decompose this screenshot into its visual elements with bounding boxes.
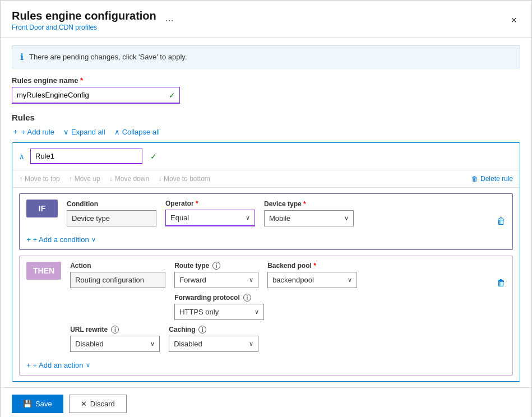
move-to-top-label: Move to top [25,175,60,183]
condition-value: Device type [67,210,156,226]
move-down-icon: ↓ [109,175,113,183]
route-type-select[interactable]: Forward ∨ [174,272,258,288]
collapse-all-label: Collapse all [122,128,160,136]
expand-all-button[interactable]: ∨ Expand all [63,128,105,136]
device-type-value: Mobile [269,214,290,223]
move-down-button[interactable]: ↓ Move down [109,175,149,183]
move-to-bottom-icon: ↓ [158,175,161,183]
move-up-label: Move up [75,175,100,183]
discard-button[interactable]: ✕ Discard [69,395,127,413]
action-row-2: Forwarding protocol i HTTPS only ∨ [70,294,506,320]
delete-condition-button[interactable]: 🗑 [497,216,506,226]
expand-chevron-icon: ∨ [63,128,69,136]
operator-label: Operator * [165,200,255,207]
backend-pool-value: backendpool [272,276,314,284]
url-rewrite-chevron-icon: ∨ [150,340,155,347]
add-condition-chevron-icon: ∨ [91,236,96,243]
dialog-subtitle: Front Door and CDN profiles [12,24,156,31]
delete-action-button[interactable]: 🗑 [497,278,506,288]
discard-label: Discard [90,400,115,408]
device-type-label: Device type * [264,200,354,208]
add-condition-button[interactable]: + + Add a condition ∨ [26,235,96,244]
rule-container: ∧ ✓ ↑ Move to top ↑ Move up ↓ [12,142,520,382]
rules-toolbar: ＋ + Add rule ∨ Expand all ∧ Collapse all [12,127,520,137]
if-badge: IF [26,200,58,217]
action-grid: Action Routing configuration Route type … [70,262,506,352]
operator-label-text: Operator [165,200,194,207]
add-condition-row: + + Add a condition ∨ [20,232,512,249]
move-to-top-button[interactable]: ↑ Move to top [19,175,60,183]
add-action-plus-icon: + [26,361,31,369]
rules-engine-name-section: Rules engine name ✓ [12,76,520,104]
add-icon: ＋ [12,127,19,137]
operator-value: Equal [170,214,189,222]
delete-rule-button[interactable]: 🗑 Delete rule [471,175,513,183]
url-rewrite-select[interactable]: Disabled ∨ [70,336,160,352]
move-to-bottom-button[interactable]: ↓ Move to bottom [158,175,210,183]
caching-value: Disabled [174,340,202,348]
device-type-select[interactable]: Mobile ∨ [264,210,354,226]
move-up-button[interactable]: ↑ Move up [69,175,100,183]
close-button[interactable]: × [507,13,520,27]
forwarding-protocol-label-text: Forwarding protocol [174,294,240,302]
rule-name-input[interactable] [30,149,142,164]
info-banner-text: There are pending changes, click 'Save' … [29,53,187,61]
rules-engine-name-label: Rules engine name [12,76,520,85]
forwarding-protocol-group: Forwarding protocol i HTTPS only ∨ [174,294,264,320]
caching-group: Caching i Disabled ∨ [169,326,258,352]
collapse-all-button[interactable]: ∧ Collapse all [114,128,160,136]
caching-chevron-icon: ∨ [249,340,253,347]
action-row-1: Action Routing configuration Route type … [70,262,506,288]
condition-group: Condition Device type [67,200,156,226]
add-rule-button[interactable]: ＋ + Add rule [12,127,54,137]
dialog-title-area: Rules engine configuration Front Door an… [12,10,177,31]
dialog-header: Rules engine configuration Front Door an… [1,1,531,38]
route-type-group: Route type i Forward ∨ [174,262,258,288]
move-to-top-icon: ↑ [19,175,22,183]
add-action-button[interactable]: + + Add an action ∨ [26,361,90,369]
operator-required: * [196,200,198,207]
rule-header: ∧ ✓ [12,143,520,170]
add-action-label: + Add an action [33,361,84,369]
device-type-required: * [303,200,306,208]
rules-section: Rules ＋ + Add rule ∨ Expand all ∧ Collap… [12,113,520,382]
move-up-icon: ↑ [69,175,72,183]
dialog-footer: 💾 Save ✕ Discard [1,387,531,417]
action-group: Action Routing configuration [70,262,165,288]
forwarding-protocol-label: Forwarding protocol i [174,294,264,302]
condition-grid: Condition Device type Operator * Equal [67,200,506,226]
forwarding-protocol-info-icon[interactable]: i [243,294,251,302]
save-icon: 💾 [23,400,32,408]
delete-rule-label: Delete rule [480,175,513,183]
forwarding-protocol-select[interactable]: HTTPS only ∨ [174,304,264,320]
caching-select[interactable]: Disabled ∨ [169,336,258,352]
url-rewrite-info-icon[interactable]: i [111,326,119,333]
dialog-body: ℹ There are pending changes, click 'Save… [1,38,531,387]
action-label: Action [70,262,165,270]
operator-group: Operator * Equal ∨ [165,200,255,226]
if-header: IF Condition Device type Operator * [20,194,512,232]
device-type-chevron-icon: ∨ [344,215,349,222]
ellipsis-button[interactable]: ··· [162,13,177,27]
caching-label: Caching i [169,326,258,333]
route-type-info-icon[interactable]: i [212,262,220,270]
route-type-value: Forward [179,276,206,284]
rule-collapse-button[interactable]: ∧ [19,152,25,161]
route-type-label-text: Route type [174,262,209,270]
add-action-row: + + Add an action ∨ [20,358,512,375]
then-badge: THEN [26,262,61,280]
backend-pool-label: Backend pool * [267,262,357,270]
add-condition-label: + Add a condition [33,235,89,244]
collapse-chevron-icon: ∧ [114,128,120,136]
caching-info-icon[interactable]: i [198,326,206,333]
operator-select[interactable]: Equal ∨ [165,210,255,226]
rule-name-valid-icon: ✓ [150,152,157,161]
if-section: IF Condition Device type Operator * [19,193,513,250]
url-rewrite-group: URL rewrite i Disabled ∨ [70,326,160,352]
save-button[interactable]: 💾 Save [12,395,63,413]
expand-all-label: Expand all [71,128,105,136]
backend-pool-select[interactable]: backendpool ∨ [267,272,357,288]
caching-label-text: Caching [169,326,195,333]
info-banner: ℹ There are pending changes, click 'Save… [12,45,520,68]
rules-engine-name-input[interactable] [12,87,180,104]
